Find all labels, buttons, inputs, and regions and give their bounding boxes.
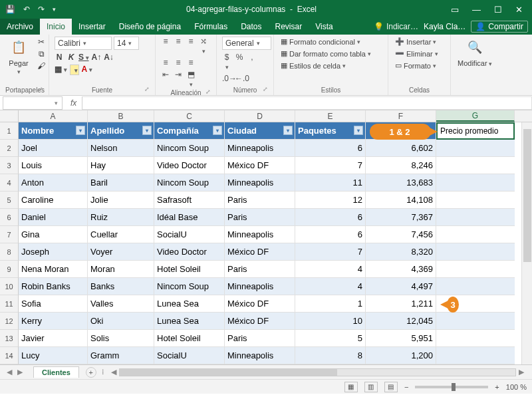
delete-cells-button[interactable]: ➖ Eliminar	[394, 49, 440, 59]
cell[interactable]: Sofia	[19, 295, 88, 313]
page-break-view-icon[interactable]: ▤	[384, 382, 398, 392]
normal-view-icon[interactable]: ▦	[344, 382, 358, 392]
align-right-icon[interactable]: ≡	[186, 58, 196, 67]
cell[interactable]: 1	[295, 295, 366, 313]
cell[interactable]: 4	[295, 278, 366, 295]
cell[interactable]: Caroline	[19, 192, 88, 209]
cell[interactable]: Hay	[88, 157, 154, 174]
cell[interactable]: Valles	[88, 295, 154, 313]
row-header[interactable]: 11	[0, 295, 19, 313]
increase-indent-icon[interactable]: ⇥	[174, 70, 183, 88]
shrink-font-icon[interactable]: A↓	[104, 53, 114, 62]
cell[interactable]: 4,369	[366, 261, 436, 278]
italic-button[interactable]: K	[66, 53, 76, 62]
cell[interactable]: Minneapolis	[225, 140, 295, 157]
cell[interactable]: Javier	[19, 330, 88, 347]
cell[interactable]: Minneapolis	[225, 278, 295, 295]
zoom-out-button[interactable]: −	[404, 383, 408, 391]
col-header-a[interactable]: A	[19, 110, 88, 122]
cell[interactable]: 1,200	[366, 347, 436, 364]
cell[interactable]: Hotel Soleil	[154, 261, 225, 278]
align-center-icon[interactable]: ≡	[174, 58, 183, 67]
hscroll-right-icon[interactable]: ▶	[516, 368, 527, 376]
cell[interactable]: Ruiz	[88, 209, 154, 226]
row-header[interactable]: 6	[0, 209, 19, 226]
cell[interactable]: Joseph	[19, 243, 88, 261]
cell[interactable]	[436, 157, 515, 174]
underline-button[interactable]: S	[78, 53, 89, 62]
cell[interactable]: 1,211	[366, 295, 436, 313]
name-box[interactable]: ▾	[3, 96, 63, 110]
cell[interactable]: Louis	[19, 157, 88, 174]
col-header-d[interactable]: D	[225, 110, 295, 122]
cell[interactable]: México DF	[225, 243, 295, 261]
tell-me[interactable]: 💡 Indicar…	[374, 22, 418, 31]
row-header[interactable]: 9	[0, 261, 19, 278]
row-header[interactable]: 8	[0, 243, 19, 261]
cell[interactable]: 11	[295, 174, 366, 192]
tab-file[interactable]: Archivo	[0, 19, 40, 35]
filter-icon[interactable]: ▾	[142, 126, 152, 135]
save-icon[interactable]: 💾	[5, 5, 15, 14]
table-header-paquetes[interactable]: Paquetes▾	[295, 122, 366, 140]
border-button[interactable]: ▦	[55, 65, 67, 75]
zoom-level[interactable]: 100 %	[506, 383, 527, 391]
cell[interactable]: Daniel	[19, 209, 88, 226]
cell[interactable]: 6,602	[366, 140, 436, 157]
qat-more-icon[interactable]: ▾	[53, 6, 56, 13]
cell[interactable]	[436, 313, 515, 330]
cell[interactable]: SocialU	[154, 226, 225, 243]
cell[interactable]: Oki	[88, 313, 154, 330]
cell[interactable]: Video Doctor	[154, 157, 225, 174]
row-header[interactable]: 12	[0, 313, 19, 330]
cell-g1[interactable]: Precio promedio	[436, 122, 515, 140]
cell[interactable]: Nincom Soup	[154, 174, 225, 192]
cell[interactable]: Gramm	[88, 347, 154, 364]
undo-icon[interactable]: ↶	[23, 5, 30, 14]
row-header[interactable]: 4	[0, 174, 19, 192]
copy-icon[interactable]: ⧉	[36, 49, 47, 59]
cell[interactable]: Idéal Base	[154, 209, 225, 226]
redo-icon[interactable]: ↷	[38, 5, 45, 14]
table-header-ciudad[interactable]: Ciudad▾	[225, 122, 295, 140]
cell[interactable]: Minneapolis	[225, 347, 295, 364]
conditional-formatting-button[interactable]: ▦ Formato condicional	[279, 37, 362, 47]
cell[interactable]: 4	[295, 261, 366, 278]
cell[interactable]: 13,683	[366, 174, 436, 192]
cut-icon[interactable]: ✂	[36, 37, 47, 47]
tab-revisar[interactable]: Revisar	[269, 19, 309, 35]
paste-button[interactable]: 📋 Pegar	[5, 37, 32, 75]
cell[interactable]: Jolie	[88, 192, 154, 209]
cell[interactable]	[436, 209, 515, 226]
sheet-tab-active[interactable]: Clientes	[33, 366, 79, 378]
hscroll-left-icon[interactable]: ◀	[108, 368, 119, 376]
cell[interactable]	[436, 243, 515, 261]
format-painter-icon[interactable]: 🖌	[36, 61, 47, 71]
close-icon[interactable]: ✕	[515, 5, 523, 15]
cell[interactable]: Robin Banks	[19, 278, 88, 295]
horizontal-scrollbar[interactable]	[119, 368, 516, 376]
cell[interactable]: 10	[295, 313, 366, 330]
zoom-in-button[interactable]: +	[495, 383, 499, 391]
col-header-g[interactable]: G	[436, 110, 515, 122]
format-cells-button[interactable]: ▭ Formato	[394, 61, 438, 70]
cell[interactable]: Moran	[88, 261, 154, 278]
cell[interactable]	[436, 261, 515, 278]
bold-button[interactable]: N	[55, 53, 64, 62]
increase-decimal-icon[interactable]: .0→	[222, 74, 231, 83]
cell[interactable]: Nelson	[88, 140, 154, 157]
cell[interactable]: Minneapolis	[225, 226, 295, 243]
new-sheet-button[interactable]: +	[86, 367, 96, 378]
cell[interactable]: 14,108	[366, 192, 436, 209]
cell[interactable]: Lucy	[19, 347, 88, 364]
cell[interactable]: Hotel Soleil	[154, 330, 225, 347]
cell[interactable]: Gina	[19, 226, 88, 243]
cell[interactable]: Kerry	[19, 313, 88, 330]
cell[interactable]: 12	[295, 192, 366, 209]
sheet-nav-prev-icon[interactable]: ◀	[7, 368, 12, 376]
tab-formulas[interactable]: Fórmulas	[188, 19, 234, 35]
align-left-icon[interactable]: ≡	[161, 58, 170, 67]
cell[interactable]: Minneapolis	[225, 174, 295, 192]
cell[interactable]: México DF	[225, 313, 295, 330]
cell[interactable]: 7,367	[366, 209, 436, 226]
